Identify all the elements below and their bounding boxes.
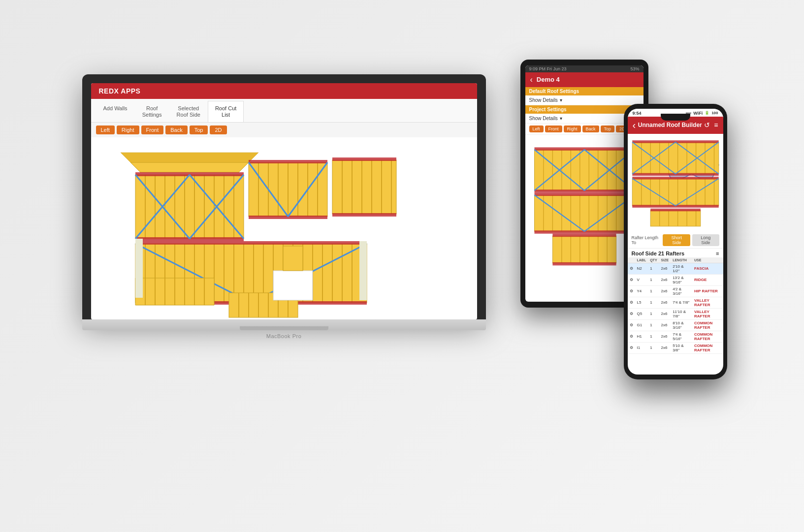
table-row[interactable]: ⚙ I1 1 2x6 5'10 & 3/8" COMMON RAFTER (628, 342, 723, 353)
row-qty: 1 (648, 342, 659, 353)
iphone-time: 9:54 (633, 111, 642, 116)
table-row[interactable]: ⚙ H1 1 2x6 7'4 & 5/16" COMMON RAFTER (628, 331, 723, 342)
rafter-table-container[interactable]: LABL QTY SIZE LENGTH USE ⚙ N2 1 2x6 2'10… (628, 257, 723, 356)
app-title: REDX APPS (99, 87, 141, 95)
rafter-length-label: Rafter Length To (632, 235, 663, 245)
row-icon: ⚙ (628, 319, 635, 331)
rafter-toggle-bar: Rafter Length To Short Side Long Side (628, 232, 723, 249)
row-use: COMMON RAFTER (692, 342, 723, 353)
refresh-icon[interactable]: ↺ (704, 121, 710, 129)
svg-rect-40 (332, 213, 396, 217)
table-row[interactable]: ⚙ Q5 1 2x6 11'10 & 7/8" VALLEY RAFTER (628, 308, 723, 319)
svg-rect-85 (273, 271, 313, 300)
view-buttons-bar: Left Right Front Back Top 2D (91, 123, 477, 137)
table-row[interactable]: ⚙ L5 1 2x6 7'4 & 7/8" VALLEY RAFTER (628, 297, 723, 308)
col-size: SIZE (659, 257, 671, 263)
app-tabs: Add Walls RoofSettings SelectedRoof Side… (91, 99, 477, 123)
svg-rect-64 (135, 241, 367, 245)
view-left-btn[interactable]: Left (96, 125, 115, 134)
row-icon: ⚙ (628, 331, 635, 342)
row-label: H1 (635, 331, 648, 342)
row-use: COMMON RAFTER (692, 331, 723, 342)
ipad-right-btn[interactable]: Right (564, 125, 581, 132)
svg-rect-127 (552, 233, 616, 236)
row-length: 4'0 & 1/2" (671, 353, 692, 356)
table-row[interactable]: ⚙ G1 1 2x6 8'10 & 3/16" COMMON RAFTER (628, 319, 723, 331)
svg-rect-105 (534, 195, 634, 231)
iphone-back-button[interactable]: ‹ (633, 120, 636, 131)
long-side-btn[interactable]: Long Side (692, 234, 719, 246)
table-row[interactable]: ⚙ V 1 2x6 13'2 & 9/16" RIDGE (628, 274, 723, 285)
row-use: COMMON RAFTER (692, 319, 723, 331)
row-length: 7'4 & 7/8" (671, 297, 692, 308)
row-use: VALLEY RAFTER (692, 308, 723, 319)
row-icon: ⚙ (628, 308, 635, 319)
row-size: 2x6 (659, 285, 671, 297)
row-qty: 1 (648, 297, 659, 308)
svg-marker-1 (130, 162, 249, 172)
battery-icon: 🔋 (705, 111, 709, 115)
rafter-section-header: Roof Side 21 Rafters ≡ (628, 249, 723, 257)
tab-selected-roof-side[interactable]: SelectedRoof Side (169, 101, 208, 122)
svg-rect-28 (249, 160, 327, 163)
rafter-title-text: Roof Side 21 Rafters (632, 250, 685, 256)
ipad-left-btn[interactable]: Left (529, 125, 544, 132)
ipad-back-button[interactable]: ‹ (530, 75, 533, 84)
col-length: LENGTH (671, 257, 692, 263)
row-icon: ⚙ (628, 342, 635, 353)
svg-rect-83 (135, 239, 143, 298)
svg-rect-116 (534, 192, 634, 195)
row-size: 2x6 (659, 263, 671, 274)
view-top-btn[interactable]: Top (190, 125, 208, 134)
row-icon: ⚙ (628, 263, 635, 274)
svg-rect-39 (332, 157, 396, 161)
battery-level: 100 (711, 111, 718, 115)
col-icon (628, 257, 635, 263)
ipad-battery: 53% (630, 66, 639, 71)
view-2d-btn[interactable]: 2D (210, 125, 226, 134)
table-row[interactable]: ⚙ N2 1 2x6 2'10 & 1/2" FASCIA (628, 263, 723, 274)
iphone-canvas (628, 134, 723, 232)
view-front-btn[interactable]: Front (141, 125, 164, 134)
ipad-top-btn[interactable]: Top (601, 125, 615, 132)
row-qty: 1 (648, 331, 659, 342)
table-row[interactable]: ⚙ J1 1 2x6 4'0 & 1/2" COMMON RAFTER (628, 353, 723, 356)
row-size: 2x6 (659, 297, 671, 308)
roof-canvas-area (91, 137, 477, 319)
row-qty: 1 (648, 263, 659, 274)
rafter-menu-icon[interactable]: ≡ (716, 250, 719, 256)
rafter-table-body: ⚙ N2 1 2x6 2'10 & 1/2" FASCIA ⚙ V 1 2x6 … (628, 263, 723, 356)
row-icon: ⚙ (628, 285, 635, 297)
tab-roof-settings[interactable]: RoofSettings (135, 101, 169, 122)
app-header: REDX APPS (91, 83, 477, 99)
row-icon: ⚙ (628, 297, 635, 308)
row-use: RIDGE (692, 274, 723, 285)
iphone-header-actions: ↺ ≡ (704, 121, 718, 129)
iphone-notch (661, 114, 690, 121)
svg-rect-3 (135, 175, 244, 239)
ipad-front-btn[interactable]: Front (545, 125, 562, 132)
row-qty: 1 (648, 308, 659, 319)
table-row[interactable]: ⚙ Y4 1 2x6 4'2 & 3/16" HIP RAFTER (628, 285, 723, 297)
menu-icon[interactable]: ≡ (714, 121, 718, 129)
iphone-status-icons: ▪▪▪▪ WiFi 🔋 100 (686, 111, 718, 116)
table-header-row: LABL QTY SIZE LENGTH USE (628, 257, 723, 263)
view-right-btn[interactable]: Right (117, 125, 139, 134)
view-back-btn[interactable]: Back (165, 125, 187, 134)
row-qty: 1 (648, 285, 659, 297)
iphone-bezel: 9:54 ▪▪▪▪ WiFi 🔋 100 ‹ Unnamed Roof Buil… (624, 104, 727, 379)
col-label: LABL (635, 257, 648, 263)
ipad-section-default: Default Roof Settings (525, 87, 643, 95)
row-label: V (635, 274, 648, 285)
ipad-back-btn-view[interactable]: Back (582, 125, 599, 132)
svg-rect-168 (650, 208, 701, 211)
tab-add-walls[interactable]: Add Walls (96, 101, 135, 122)
tab-roof-cut-list[interactable]: Roof CutList (208, 101, 244, 122)
row-qty: 1 (648, 353, 659, 356)
svg-rect-158 (632, 177, 719, 180)
macbook-device: REDX APPS Add Walls RoofSettings Selecte… (82, 74, 486, 339)
row-icon: ⚙ (628, 274, 635, 285)
row-length: 7'4 & 5/16" (671, 331, 692, 342)
rafter-toggle-buttons: Short Side Long Side (663, 234, 719, 246)
short-side-btn[interactable]: Short Side (663, 234, 690, 246)
